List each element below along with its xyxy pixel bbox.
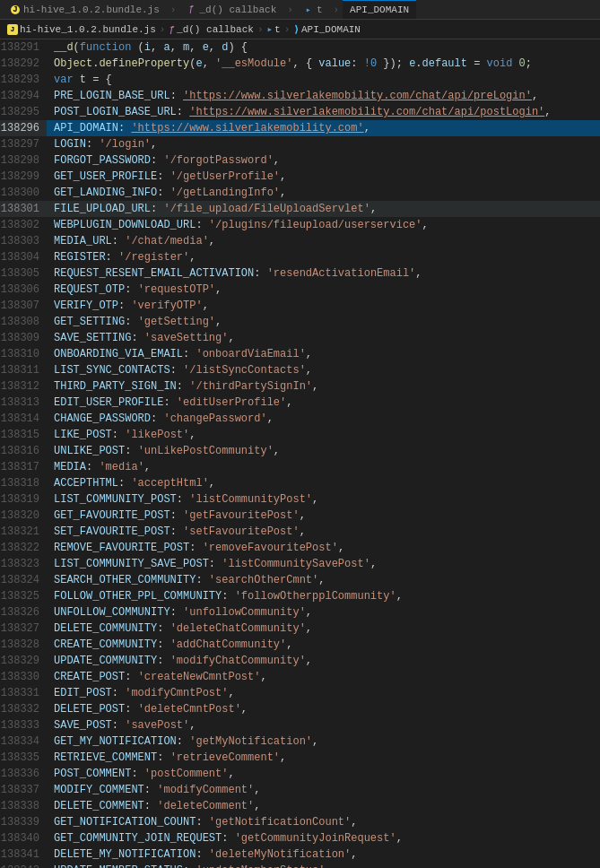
line-num-138340: 138340 — [0, 830, 47, 846]
code-line-138291: __d(function (i, a, m, e, d) { — [47, 39, 600, 56]
code-line-138317: MEDIA: 'media', — [47, 459, 600, 475]
code-line-138330: CREATE_POST: 'createNewCmntPost', — [47, 669, 600, 685]
line-num-138294: 138294 — [0, 88, 47, 104]
tab-api-domain-label: API_DOMAIN — [350, 4, 409, 15]
tab-api-domain[interactable]: API_DOMAIN — [343, 0, 416, 20]
line-num-138298: 138298 — [0, 152, 47, 169]
line-num-138328: 138328 — [0, 637, 47, 653]
line-num-138341: 138341 — [0, 846, 47, 863]
code-line-138316: UNLIKE_POST: 'unLikePostCommunity', — [47, 443, 600, 459]
code-line-138339: GET_NOTIFICATION_COUNT: 'getNotification… — [47, 814, 600, 830]
tab-bar: J hi-hive_1.0.2.bundle.js › ƒ _d() callb… — [0, 0, 600, 20]
line-num-138335: 138335 — [0, 750, 47, 766]
tab-sep-2: › — [287, 4, 293, 15]
line-num-138299: 138299 — [0, 169, 47, 185]
breadcrumb-api-icon: ⟩ — [293, 23, 300, 35]
line-num-138325: 138325 — [0, 588, 47, 604]
code-line-138328: CREATE_COMMUNITY: 'addChatCommunity', — [47, 637, 600, 653]
line-num-138315: 138315 — [0, 427, 47, 443]
code-line-138294: PRE_LOGIN_BASE_URL: 'https://www.silverl… — [47, 88, 600, 104]
line-num-138302: 138302 — [0, 217, 47, 233]
code-line-138329: UPDATE_COMMUNITY: 'modifyChatCommunity', — [47, 653, 600, 669]
code-line-138322: REMOVE_FAVOURITE_POST: 'removeFavouriteP… — [47, 540, 600, 556]
code-line-138338: DELETE_COMMENT: 'deleteComment', — [47, 798, 600, 814]
breadcrumb-t: t — [274, 24, 281, 35]
line-num-138330: 138330 — [0, 669, 47, 685]
code-line-138319: LIST_COMMUNITY_POST: 'listCommunityPost'… — [47, 491, 600, 508]
code-line-138325: FOLLOW_OTHER_PPL_COMMUNITY: 'followOther… — [47, 588, 600, 604]
code-line-138323: LIST_COMMUNITY_SAVE_POST: 'listCommunity… — [47, 556, 600, 572]
code-line-138311: LIST_SYNC_CONTACTS: '/listSyncContacts', — [47, 362, 600, 378]
line-num-138300: 138300 — [0, 185, 47, 201]
line-num-138319: 138319 — [0, 491, 47, 508]
line-num-138313: 138313 — [0, 395, 47, 411]
code-line-138331: EDIT_POST: 'modifyCmntPost', — [47, 685, 600, 701]
code-line-138309: SAVE_SETTING: 'saveSetting', — [47, 330, 600, 346]
line-num-138326: 138326 — [0, 604, 47, 621]
line-numbers: 1382911382921382931382941382951382961382… — [0, 39, 47, 868]
line-num-138312: 138312 — [0, 378, 47, 395]
breadcrumb-fn-icon: ƒ — [169, 24, 175, 35]
breadcrumb-sep-2: › — [257, 24, 264, 35]
line-num-138327: 138327 — [0, 621, 47, 637]
code-line-138340: GET_COMMUNITY_JOIN_REQUEST: 'getCommunit… — [47, 830, 600, 846]
tab-callback[interactable]: ƒ _d() callback — [179, 0, 283, 20]
code-line-138327: DELETE_COMMUNITY: 'deleteChatCommunity', — [47, 621, 600, 637]
code-line-138321: SET_FAVOURITE_POST: 'setFavouritePost', — [47, 524, 600, 540]
code-line-138341: DELETE_MY_NOTIFICATION: 'deleteMyNotific… — [47, 846, 600, 863]
breadcrumb-api-domain: API_DOMAIN — [301, 24, 361, 35]
line-num-138334: 138334 — [0, 733, 47, 750]
line-num-138311: 138311 — [0, 362, 47, 378]
line-num-138317: 138317 — [0, 459, 47, 475]
code-line-138298: FORGOT_PASSWORD: '/forgotPassword', — [47, 152, 600, 169]
code-line-138293: var t = { — [47, 72, 600, 88]
code-line-138320: GET_FAVOURITE_POST: 'getFavouritePost', — [47, 508, 600, 524]
line-num-138329: 138329 — [0, 653, 47, 669]
tab-t[interactable]: ▸ t — [297, 0, 330, 20]
breadcrumb-js-icon: J — [7, 24, 18, 35]
line-num-138318: 138318 — [0, 475, 47, 491]
tab-callback-label: _d() callback — [199, 4, 276, 15]
code-line-138312: THIRD_PARTY_SIGN_IN: '/thirdPartySignIn'… — [47, 378, 600, 395]
code-line-138307: VERIFY_OTP: 'verifyOTP', — [47, 298, 600, 314]
code-line-138308: GET_SETTING: 'getSetting', — [47, 314, 600, 330]
line-num-138310: 138310 — [0, 346, 47, 362]
line-num-138295: 138295 — [0, 104, 47, 120]
code-line-138332: DELETE_POST: 'deleteCmntPost', — [47, 701, 600, 717]
code-area: 1382911382921382931382941382951382961382… — [0, 39, 600, 868]
line-num-138297: 138297 — [0, 136, 47, 152]
breadcrumb: J hi-hive_1.0.2.bundle.js › ƒ _d() callb… — [0, 20, 600, 39]
code-line-138315: LIKE_POST: 'likePost', — [47, 427, 600, 443]
code-line-138304: REGISTER: '/register', — [47, 249, 600, 265]
breadcrumb-sep-1: › — [160, 24, 166, 35]
line-num-138292: 138292 — [0, 56, 47, 72]
breadcrumb-arr-icon: ▸ — [266, 23, 273, 35]
line-num-138321: 138321 — [0, 524, 47, 540]
line-num-138336: 138336 — [0, 766, 47, 782]
line-num-138333: 138333 — [0, 717, 47, 733]
code-line-138314: CHANGE_PASSWORD: 'changePassword', — [47, 411, 600, 427]
line-num-138307: 138307 — [0, 298, 47, 314]
arr-icon: ▸ — [304, 5, 313, 14]
breadcrumb-callback: _d() callback — [177, 24, 254, 35]
code-line-138318: ACCEPTHTML: 'acceptHtml', — [47, 475, 600, 491]
code-line-138300: GET_LANDING_INFO: '/getLandingInfo', — [47, 185, 600, 201]
line-num-138323: 138323 — [0, 556, 47, 572]
tab-t-label: t — [317, 4, 323, 15]
breadcrumb-bundle: hi-hive_1.0.2.bundle.js — [20, 24, 156, 35]
code-line-138326: UNFOLLOW_COMMUNITY: 'unfollowCommunity', — [47, 604, 600, 621]
code-line-138342: UPDATE_MEMBER_STATUS: 'updateMemberStatu… — [47, 863, 600, 868]
code-line-138313: EDIT_USER_PROFILE: 'editUserProfile', — [47, 395, 600, 411]
line-num-138293: 138293 — [0, 72, 47, 88]
code-line-138302: WEBPLUGIN_DOWNLOAD_URL: '/plugins/fileup… — [47, 217, 600, 233]
line-num-138339: 138339 — [0, 814, 47, 830]
tab-bundle[interactable]: J hi-hive_1.0.2.bundle.js — [4, 0, 167, 20]
code-content: __d(function (i, a, m, e, d) { Object.de… — [47, 39, 600, 868]
line-num-138331: 138331 — [0, 685, 47, 701]
code-line-138334: GET_MY_NOTIFICATION: 'getMyNotification'… — [47, 733, 600, 750]
line-num-138316: 138316 — [0, 443, 47, 459]
tab-bundle-label: hi-hive_1.0.2.bundle.js — [23, 4, 160, 15]
code-line-138296: API_DOMAIN: 'https://www.silverlakemobil… — [47, 120, 600, 136]
code-line-138295: POST_LOGIN_BASE_URL: 'https://www.silver… — [47, 104, 600, 120]
line-num-138338: 138338 — [0, 798, 47, 814]
